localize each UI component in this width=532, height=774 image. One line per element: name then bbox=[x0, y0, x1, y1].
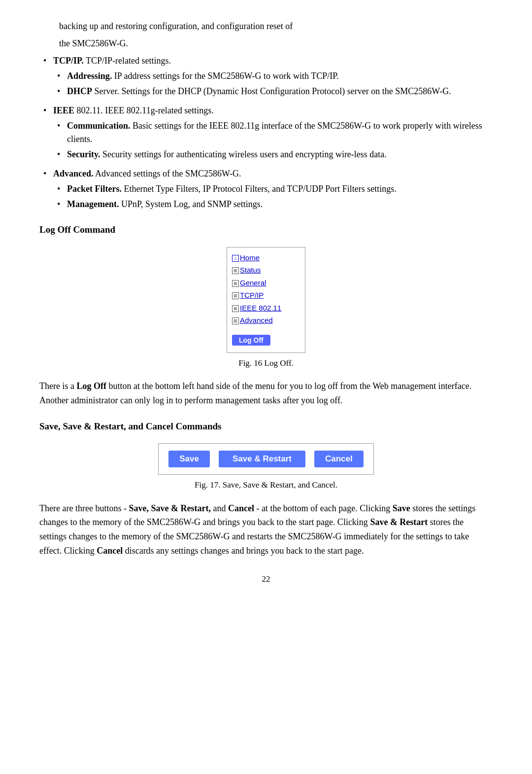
logoff-description: There is a Log Off button at the bottom … bbox=[39, 379, 493, 408]
management-text: UPnP, System Log, and SNMP settings. bbox=[119, 199, 263, 209]
buttons-box: Save Save & Restart Cancel bbox=[158, 443, 373, 475]
logoff-btn-container: Log Off bbox=[232, 331, 297, 347]
tcpip-bold: TCP/IP. bbox=[53, 56, 84, 66]
addressing-bold: Addressing. bbox=[67, 71, 112, 81]
save-desc-b1: Save, Save & Restart, bbox=[129, 503, 210, 513]
tcpip-text: TCP/IP-related settings. bbox=[84, 56, 171, 66]
list-item-dhcp: DHCP Server. Settings for the DHCP (Dyna… bbox=[53, 85, 493, 98]
fig17-caption: Fig. 17. Save, Save & Restart, and Cance… bbox=[39, 479, 493, 492]
logoff-desc-pre: There is a bbox=[39, 381, 76, 391]
list-item-tcpip: TCP/IP. TCP/IP-related settings. Address… bbox=[39, 54, 493, 98]
page-number: 22 bbox=[39, 573, 493, 586]
packet-filters-bold: Packet Filters. bbox=[67, 184, 122, 194]
save-desc-b4: Save & Restart bbox=[370, 517, 428, 527]
list-item-addressing: Addressing. IP address settings for the … bbox=[53, 70, 493, 83]
nav-box-container: ⌂Home ⊞Status ⊞General ⊞TCP/IP ⊞IEEE 802… bbox=[39, 247, 493, 353]
list-item-packet-filters: Packet Filters. Ethernet Type Filters, I… bbox=[53, 182, 493, 196]
save-desc-mid1: and bbox=[211, 503, 228, 513]
log-off-heading: Log Off Command bbox=[39, 223, 493, 237]
save-description: There are three buttons - Save, Save & R… bbox=[39, 501, 493, 558]
list-item-security: Security. Security settings for authenti… bbox=[53, 148, 493, 161]
nav-item-tcpip[interactable]: ⊞TCP/IP bbox=[232, 289, 297, 302]
save-desc-pre: There are three buttons - bbox=[39, 503, 129, 513]
nav-item-status[interactable]: ⊞Status bbox=[232, 264, 297, 277]
advanced-text: Advanced settings of the SMC2586W-G. bbox=[94, 169, 241, 178]
plus-icon-tcpip: ⊞ bbox=[232, 292, 239, 299]
fig16-caption: Fig. 16 Log Off. bbox=[39, 357, 493, 370]
intro-line2: the SMC2586W-G. bbox=[39, 37, 493, 50]
nav-item-advanced[interactable]: ⊞Advanced bbox=[232, 314, 297, 327]
list-item-management: Management. UPnP, System Log, and SNMP s… bbox=[53, 198, 493, 211]
save-restart-button[interactable]: Save & Restart bbox=[219, 451, 305, 467]
save-heading: Save, Save & Restart, and Cancel Command… bbox=[39, 420, 493, 434]
intro-line1: backing up and restoring configuration, … bbox=[39, 20, 493, 33]
list-item-ieee: IEEE 802.11. IEEE 802.11g-related settin… bbox=[39, 104, 493, 161]
nav-item-ieee[interactable]: ⊞IEEE 802.11 bbox=[232, 302, 297, 315]
nav-box: ⌂Home ⊞Status ⊞General ⊞TCP/IP ⊞IEEE 802… bbox=[227, 247, 305, 353]
home-icon: ⌂ bbox=[232, 255, 239, 262]
ieee-sub-list: Communication. Basic settings for the IE… bbox=[53, 119, 493, 161]
save-desc-b3: Save bbox=[393, 503, 410, 513]
save-button[interactable]: Save bbox=[168, 451, 210, 467]
save-desc-b5: Cancel bbox=[97, 546, 123, 556]
plus-icon-status: ⊞ bbox=[232, 267, 239, 274]
plus-icon-advanced: ⊞ bbox=[232, 317, 239, 324]
nav-item-home[interactable]: ⌂Home bbox=[232, 251, 297, 264]
main-bullet-list: TCP/IP. TCP/IP-related settings. Address… bbox=[39, 54, 493, 211]
list-item-communication: Communication. Basic settings for the IE… bbox=[53, 119, 493, 146]
addressing-text: IP address settings for the SMC2586W-G t… bbox=[112, 71, 339, 81]
security-bold: Security. bbox=[67, 149, 100, 159]
communication-bold: Communication. bbox=[67, 121, 131, 131]
dhcp-bold: DHCP bbox=[67, 86, 92, 96]
ieee-text: 802.11. IEEE 802.11g-related settings. bbox=[74, 106, 214, 115]
buttons-box-container: Save Save & Restart Cancel bbox=[39, 443, 493, 475]
logoff-button[interactable]: Log Off bbox=[232, 335, 270, 346]
cancel-button[interactable]: Cancel bbox=[314, 451, 364, 467]
list-item-advanced: Advanced. Advanced settings of the SMC25… bbox=[39, 167, 493, 211]
plus-icon-general: ⊞ bbox=[232, 280, 239, 287]
save-desc-mid2: - at the bottom of each page. Clicking bbox=[254, 503, 393, 513]
packet-filters-text: Ethernet Type Filters, IP Protocol Filte… bbox=[122, 184, 397, 194]
dhcp-text: Server. Settings for the DHCP (Dynamic H… bbox=[92, 86, 451, 96]
plus-icon-ieee: ⊞ bbox=[232, 305, 239, 312]
security-text: Security settings for authenticating wir… bbox=[100, 149, 387, 159]
logoff-desc-bold: Log Off bbox=[76, 381, 106, 391]
save-desc-mid5: discards any settings changes and brings… bbox=[123, 546, 364, 556]
advanced-sub-list: Packet Filters. Ethernet Type Filters, I… bbox=[53, 182, 493, 211]
advanced-bold: Advanced. bbox=[53, 169, 94, 178]
tcpip-sub-list: Addressing. IP address settings for the … bbox=[53, 70, 493, 98]
management-bold: Management. bbox=[67, 199, 119, 209]
ieee-bold: IEEE bbox=[53, 106, 74, 115]
save-desc-b2: Cancel bbox=[228, 503, 254, 513]
nav-item-general[interactable]: ⊞General bbox=[232, 277, 297, 289]
